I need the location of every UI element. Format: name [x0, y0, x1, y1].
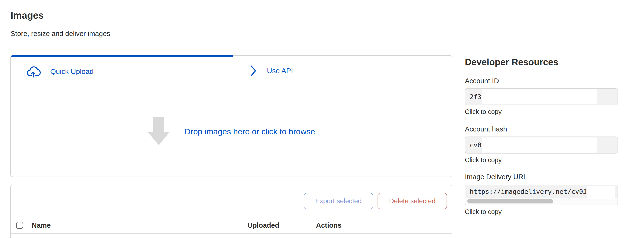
account-id-label: Account ID: [465, 77, 618, 85]
page-title: Images: [10, 9, 110, 21]
dropzone-label: Drop images here or click to browse: [185, 127, 315, 136]
image-delivery-url-field[interactable]: https://imagedelivery.net/cv0JSj :: [465, 185, 618, 205]
tab-use-api[interactable]: Use API: [233, 55, 452, 86]
images-toolbar: Export selected Delete selected: [11, 185, 452, 217]
column-header-actions: Actions: [316, 222, 342, 229]
image-dropzone[interactable]: Drop images here or click to browse: [10, 86, 452, 177]
tab-quick-upload[interactable]: Quick Upload: [10, 55, 233, 86]
account-hash-copy-hint: Click to copy: [465, 156, 618, 164]
cloud-upload-icon: [26, 64, 41, 79]
account-id-field[interactable]: 2f3d: [465, 88, 618, 105]
account-id-copy-hint: Click to copy: [465, 108, 618, 116]
column-header-uploaded: Uploaded: [248, 222, 279, 229]
image-delivery-url-suffix: :: [616, 188, 618, 197]
column-header-name: Name: [32, 222, 51, 229]
export-selected-button[interactable]: Export selected: [304, 193, 373, 209]
developer-resources-heading: Developer Resources: [465, 57, 618, 67]
upload-tabs: Quick Upload Use API: [10, 55, 452, 86]
arrow-down-icon: [148, 117, 170, 146]
redaction-overlay: [587, 186, 615, 199]
images-table-card: Export selected Delete selected Name Upl…: [10, 185, 452, 238]
image-delivery-url-copy-hint: Click to copy: [465, 208, 618, 216]
page-subtitle: Store, resize and deliver images: [10, 30, 110, 38]
page-header: Images Store, resize and deliver images: [10, 9, 110, 38]
image-delivery-url-label: Image Delivery URL: [465, 173, 618, 181]
account-hash-label: Account hash: [465, 125, 618, 133]
redaction-overlay: [482, 89, 597, 104]
developer-resources-panel: Developer Resources Account ID 2f3d Clic…: [465, 55, 618, 216]
upload-card: Quick Upload Use API Drop images here or…: [10, 55, 452, 177]
select-all-checkbox[interactable]: [16, 222, 23, 229]
delete-selected-button[interactable]: Delete selected: [378, 193, 447, 209]
redaction-overlay: [482, 137, 597, 153]
table-header-row: Name Uploaded Actions: [11, 217, 452, 234]
tab-use-api-label: Use API: [267, 67, 293, 75]
tab-quick-upload-label: Quick Upload: [50, 67, 94, 76]
horizontal-scrollbar-thumb[interactable]: [467, 199, 553, 204]
account-hash-field[interactable]: cv0J: [465, 136, 618, 153]
chevron-right-icon: [249, 65, 257, 77]
